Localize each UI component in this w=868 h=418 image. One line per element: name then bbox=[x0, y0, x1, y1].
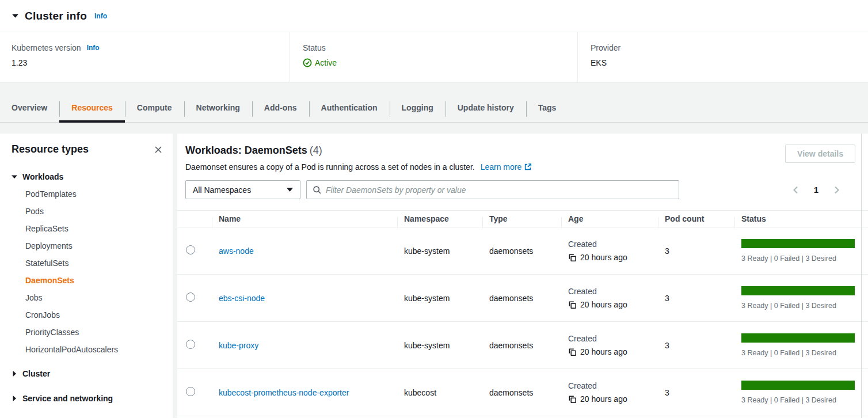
cell-age: Created 20 hours ago bbox=[561, 287, 658, 309]
copy-icon[interactable] bbox=[568, 301, 577, 309]
caret-down-icon bbox=[287, 188, 293, 192]
sidebar-item-podtemplates[interactable]: PodTemplates bbox=[12, 185, 165, 203]
kubernetes-version-field: Kubernetes version Info 1.23 bbox=[0, 32, 290, 82]
external-link-icon bbox=[524, 163, 532, 171]
cell-pod-count: 3 bbox=[658, 388, 734, 397]
search-icon bbox=[313, 185, 322, 195]
cluster-info-info-link[interactable]: Info bbox=[94, 12, 107, 20]
sidebar-item-horizontalpodautoscalers[interactable]: HorizontalPodAutoscalers bbox=[12, 341, 165, 358]
tab-networking[interactable]: Networking bbox=[184, 97, 252, 122]
current-page[interactable]: 1 bbox=[812, 185, 820, 195]
sidebar-group-workloads[interactable]: Workloads bbox=[12, 168, 165, 185]
daemonset-name-link[interactable]: kubecost-prometheus-node-exporter bbox=[219, 388, 349, 397]
tab-authentication[interactable]: Authentication bbox=[309, 97, 390, 122]
kubernetes-version-info-link[interactable]: Info bbox=[87, 44, 100, 52]
learn-more-link[interactable]: Learn more bbox=[481, 162, 532, 172]
cell-age: Created 20 hours ago bbox=[561, 381, 658, 404]
daemonsets-description: Daemonset ensures a copy of a Pod is run… bbox=[185, 162, 855, 172]
collapse-triangle-icon[interactable] bbox=[12, 13, 18, 19]
age-created-label: Created bbox=[568, 240, 658, 249]
tab-overview[interactable]: Overview bbox=[0, 97, 59, 122]
row-radio-button[interactable] bbox=[186, 340, 195, 349]
cell-status: 3 Ready | 0 Failed | 3 Desired bbox=[734, 239, 868, 263]
sidebar-group-service-and-networking[interactable]: Service and networking bbox=[12, 390, 165, 407]
age-value: 20 hours ago bbox=[580, 253, 627, 262]
daemonsets-title: Workloads: DaemonSets(4) bbox=[185, 145, 855, 157]
status-field: Status Active bbox=[290, 32, 577, 82]
daemonsets-panel: Workloads: DaemonSets(4) View details Da… bbox=[177, 134, 868, 418]
status-value-text: Active bbox=[315, 58, 337, 67]
tab-compute[interactable]: Compute bbox=[125, 97, 184, 122]
column-header-status[interactable]: Status bbox=[734, 214, 868, 223]
status-badge: Active bbox=[303, 58, 577, 67]
resource-types-title: Resource types bbox=[12, 143, 89, 155]
provider-field: Provider EKS bbox=[577, 32, 868, 82]
cell-namespace: kube-system bbox=[397, 341, 482, 350]
sidebar-item-replicasets[interactable]: ReplicaSets bbox=[12, 220, 165, 237]
sidebar-item-deployments[interactable]: Deployments bbox=[12, 237, 165, 254]
cell-type: daemonsets bbox=[482, 294, 561, 303]
cell-namespace: kube-system bbox=[397, 246, 482, 256]
pagination: 1 bbox=[790, 184, 855, 196]
close-icon[interactable] bbox=[152, 143, 165, 156]
row-radio-button[interactable] bbox=[186, 387, 195, 396]
next-page-icon[interactable] bbox=[830, 184, 843, 196]
sidebar-group-cluster[interactable]: Cluster bbox=[12, 365, 165, 382]
cell-namespace: kube-system bbox=[397, 294, 482, 303]
sidebar-item-pods[interactable]: Pods bbox=[12, 203, 165, 220]
cell-pod-count: 3 bbox=[658, 294, 734, 303]
cell-status: 3 Ready | 0 Failed | 3 Desired bbox=[734, 286, 868, 310]
daemonset-name-link[interactable]: kube-proxy bbox=[219, 341, 258, 350]
copy-icon[interactable] bbox=[568, 253, 577, 262]
sidebar-item-statefulsets[interactable]: StatefulSets bbox=[12, 254, 165, 272]
namespace-select-value: All Namespaces bbox=[193, 185, 251, 195]
cluster-info-header: Cluster info Info bbox=[0, 0, 868, 32]
column-header-pod-count[interactable]: Pod count bbox=[658, 214, 734, 223]
cell-pod-count: 3 bbox=[658, 341, 734, 350]
check-circle-icon bbox=[303, 58, 312, 67]
age-created-label: Created bbox=[568, 334, 658, 343]
copy-icon[interactable] bbox=[568, 395, 577, 404]
tab-update-history[interactable]: Update history bbox=[446, 97, 526, 122]
sidebar-item-jobs[interactable]: Jobs bbox=[12, 289, 165, 306]
view-details-button[interactable]: View details bbox=[785, 145, 855, 163]
tab-tags[interactable]: Tags bbox=[526, 97, 569, 122]
sidebar-item-priorityclasses[interactable]: PriorityClasses bbox=[12, 324, 165, 341]
provider-label: Provider bbox=[591, 43, 868, 52]
table-row: kube-proxy kube-system daemonsets Create… bbox=[177, 322, 868, 369]
column-header-namespace[interactable]: Namespace bbox=[397, 214, 482, 223]
age-created-label: Created bbox=[568, 287, 658, 296]
sidebar-item-daemonsets[interactable]: DaemonSets bbox=[12, 272, 165, 289]
page-title: Cluster info bbox=[25, 10, 87, 22]
daemonset-name-link[interactable]: aws-node bbox=[219, 246, 254, 256]
namespace-select[interactable]: All Namespaces bbox=[185, 180, 300, 199]
tab-logging[interactable]: Logging bbox=[390, 97, 446, 122]
column-header-name[interactable]: Name bbox=[212, 214, 397, 223]
table-header: Name Namespace Type Age Pod count Status bbox=[177, 210, 868, 227]
cell-namespace: kubecost bbox=[397, 388, 482, 397]
tab-add-ons[interactable]: Add-ons bbox=[252, 97, 309, 122]
column-header-age[interactable]: Age bbox=[561, 214, 658, 223]
row-radio-button[interactable] bbox=[186, 245, 195, 254]
cell-type: daemonsets bbox=[482, 341, 561, 350]
age-value: 20 hours ago bbox=[580, 300, 627, 309]
chevron-right-icon bbox=[12, 396, 17, 401]
previous-page-icon[interactable] bbox=[790, 184, 802, 196]
cell-status: 3 Ready | 0 Failed | 3 Desired bbox=[734, 381, 868, 404]
status-text: 3 Ready | 0 Failed | 3 Desired bbox=[741, 254, 868, 263]
column-header-type[interactable]: Type bbox=[482, 214, 561, 223]
resource-types-panel: Resource types Workloads PodTemplates Po… bbox=[0, 134, 173, 418]
daemonset-name-link[interactable]: ebs-csi-node bbox=[219, 294, 265, 303]
status-bar bbox=[741, 381, 855, 390]
daemonsets-count: (4) bbox=[310, 145, 322, 156]
age-value: 20 hours ago bbox=[580, 394, 627, 404]
sidebar-item-cronjobs[interactable]: CronJobs bbox=[12, 306, 165, 324]
table-row: ebs-csi-node kube-system daemonsets Crea… bbox=[177, 275, 868, 322]
search-input[interactable] bbox=[326, 185, 673, 195]
tab-resources[interactable]: Resources bbox=[59, 97, 125, 122]
age-value: 20 hours ago bbox=[580, 347, 627, 356]
kubernetes-version-label: Kubernetes version Info bbox=[12, 43, 290, 52]
row-radio-button[interactable] bbox=[186, 292, 195, 302]
copy-icon[interactable] bbox=[568, 348, 577, 356]
status-label: Status bbox=[303, 43, 577, 52]
